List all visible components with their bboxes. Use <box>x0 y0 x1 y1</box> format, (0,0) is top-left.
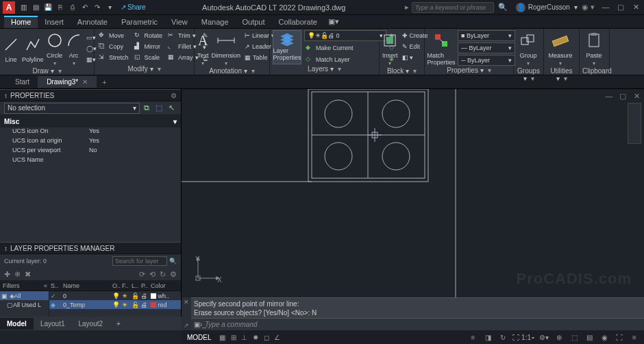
properties-palette-header[interactable]: ↕ PROPERTIES⚙ <box>0 89 181 101</box>
cmd-handle-icon[interactable]: ↗ <box>184 322 189 329</box>
match-layer-button[interactable]: ◇Match Layer <box>304 54 386 64</box>
lm-tool-icon2[interactable]: ⟲ <box>149 270 156 279</box>
selectobjects-icon[interactable]: ↖ <box>166 103 177 114</box>
undo-icon[interactable]: ↶ <box>79 2 90 13</box>
copy-button[interactable]: ⿻Copy <box>97 41 130 51</box>
tab-home[interactable]: Home <box>4 16 38 28</box>
user-menu[interactable]: 👤 RogerCusson▾ <box>516 3 578 12</box>
panel-draw-title[interactable]: Draw ▾ <box>3 66 91 75</box>
close-tab-icon[interactable]: ✕ <box>82 78 88 86</box>
units-icon[interactable]: ⬚ <box>569 332 580 343</box>
layout-1[interactable]: Layout1 <box>34 318 72 330</box>
tab-extra[interactable]: ▣▾ <box>324 15 343 28</box>
panel-utilities-title[interactable]: Utilities ▾ <box>547 66 576 83</box>
cycling-icon[interactable]: ↻ <box>497 332 508 343</box>
delete-layer-icon[interactable]: ✖ <box>25 270 31 279</box>
plot-icon[interactable]: ⎙ <box>67 2 78 13</box>
new-tab-button[interactable]: + <box>97 76 112 88</box>
tab-view[interactable]: View <box>164 16 195 28</box>
insert-button[interactable]: Insert▾ <box>382 30 398 66</box>
dimension-button[interactable]: Dimension▾ <box>212 30 241 66</box>
new-layer-icon[interactable]: ✚ <box>4 270 10 279</box>
customize-icon[interactable]: ≡ <box>629 332 640 343</box>
otrack-icon[interactable]: ∠ <box>272 332 283 343</box>
paste-button[interactable]: Paste▾ <box>582 30 606 66</box>
cleanscreen-icon[interactable]: ⛶ <box>614 332 625 343</box>
grid-icon[interactable]: ▦ <box>217 332 228 343</box>
help-search-input[interactable] <box>412 2 494 13</box>
transparency-icon[interactable]: ◨ <box>482 332 493 343</box>
quickselect-icon[interactable]: ⧉ <box>141 103 152 114</box>
scale-button[interactable]: ◱Scale <box>133 52 164 62</box>
layout-model[interactable]: Model <box>0 318 34 330</box>
panel-block-title[interactable]: Block ▾ <box>382 66 421 75</box>
hardware-icon[interactable]: ▤ <box>584 332 595 343</box>
new-icon[interactable]: ▥ <box>18 2 29 13</box>
qat-more-icon[interactable]: ▾ <box>104 2 115 13</box>
drawing-canvas[interactable]: — ▢ ✕ ProCADIS.com YX ✕↗ Specify second … <box>182 89 644 330</box>
tab-annotate[interactable]: Annotate <box>71 16 114 28</box>
line-button[interactable]: Line <box>3 30 19 66</box>
panel-modify-title[interactable]: Modify ▾ <box>97 64 191 73</box>
layer-search-input[interactable] <box>112 256 167 266</box>
lwt-icon[interactable]: ≡ <box>467 332 478 343</box>
measure-button[interactable]: Measure▾ <box>547 30 574 66</box>
minimize-button[interactable]: — <box>600 3 611 12</box>
app-logo[interactable]: A <box>3 1 15 14</box>
share-button[interactable]: ↗ Share <box>121 3 146 11</box>
anno-monitor-icon[interactable]: ⊕ <box>554 332 565 343</box>
text-button[interactable]: AText▾ <box>197 30 209 66</box>
polyline-button[interactable]: Polyline <box>22 30 44 66</box>
redo-icon[interactable]: ↷ <box>92 2 103 13</box>
lm-tool-icon[interactable]: ⟳ <box>139 270 145 279</box>
mirror-button[interactable]: ▟Mirror <box>133 41 164 51</box>
maximize-button[interactable]: ▢ <box>615 3 626 12</box>
autodesk-app-icon[interactable]: ◉ ▾ <box>582 3 595 12</box>
filter-all[interactable]: ▣ ◈ All <box>0 291 49 300</box>
layer-row[interactable]: ✓0💡☀🔓🖨 wh.. <box>49 291 181 300</box>
panel-properties-title[interactable]: Properties ▾ <box>428 66 510 75</box>
lineweight-combo[interactable]: — ByLayer▾ <box>458 42 515 53</box>
pickadd-icon[interactable]: ⬚ <box>153 103 164 114</box>
layer-row[interactable]: ◆0_Temp💡☀🔓🖨 red <box>49 300 181 309</box>
close-button[interactable]: ✕ <box>630 3 641 12</box>
palette-options-icon[interactable]: ⚙ <box>171 92 177 99</box>
layout-2[interactable]: Layout2 <box>71 318 110 330</box>
tab-output[interactable]: Output <box>236 16 272 28</box>
rotate-button[interactable]: ↻Rotate <box>133 30 164 40</box>
panel-clipboard-title[interactable]: Clipboard <box>582 66 606 75</box>
saveas-icon[interactable]: ⎘ <box>55 2 66 13</box>
match-properties-button[interactable]: Match Properties <box>428 30 455 66</box>
linetype-combo[interactable]: ─ ByLayer▾ <box>458 55 515 66</box>
lm-refresh-icon[interactable]: ↻ <box>160 270 166 279</box>
category-misc[interactable]: Misc▾ <box>0 115 181 127</box>
arc-button[interactable]: Arc▾ <box>66 30 82 66</box>
make-current-button[interactable]: ◆Make Current <box>304 42 386 53</box>
property-row[interactable]: UCS Name <box>0 156 181 166</box>
panel-layers-title[interactable]: Layers ▾ <box>273 64 376 73</box>
filter-used[interactable]: ▢ All Used L <box>0 300 49 309</box>
layer-search-icon[interactable]: 🔍 <box>169 258 177 265</box>
cmd-close-icon[interactable]: ✕ <box>184 299 189 306</box>
ortho-icon[interactable]: ⊥ <box>239 332 250 343</box>
layer-properties-button[interactable]: Layer Properties <box>273 30 301 64</box>
lm-settings-icon[interactable]: ⚙ <box>170 270 177 279</box>
panel-annotation-title[interactable]: Annotation ▾ <box>197 66 267 75</box>
workspace-icon[interactable]: ⚙▾ <box>538 332 549 343</box>
selection-combo[interactable]: No selection▾ <box>4 103 140 114</box>
circle-button[interactable]: Circle▾ <box>47 30 63 66</box>
layer-combo[interactable]: 💡☀🔓🖨 0▾ <box>304 30 386 41</box>
property-row[interactable]: UCS icon at originYes <box>0 137 181 147</box>
save-icon[interactable]: 💾 <box>42 2 53 13</box>
doctab-start[interactable]: Start <box>7 76 38 88</box>
isolate-icon[interactable]: ◉ <box>599 332 610 343</box>
open-icon[interactable]: ▤ <box>30 2 41 13</box>
osnap-icon[interactable]: ◻ <box>261 332 272 343</box>
doctab-drawing3[interactable]: Drawing3*✕ <box>38 76 97 88</box>
color-combo[interactable]: ■ ByLayer▾ <box>458 30 515 41</box>
command-input[interactable]: ▣›_Type a command <box>191 318 644 330</box>
layer-manager-header[interactable]: ↕ LAYER PROPERTIES MANAGER <box>0 242 181 254</box>
layout-add[interactable]: + <box>110 318 127 330</box>
help-icon[interactable]: ▸ <box>405 3 409 12</box>
polar-icon[interactable]: ✹ <box>250 332 261 343</box>
